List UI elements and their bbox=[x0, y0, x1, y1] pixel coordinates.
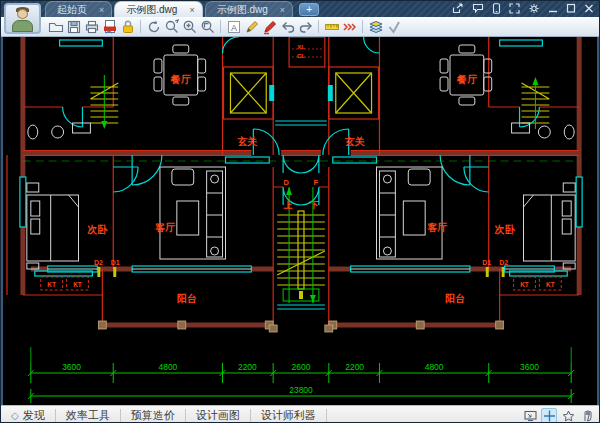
label-riser-cl: CL bbox=[297, 53, 305, 59]
save-button[interactable] bbox=[65, 18, 82, 35]
maximize-icon[interactable] bbox=[566, 3, 576, 14]
rotate-view-button[interactable] bbox=[145, 18, 162, 35]
undo-button[interactable] bbox=[279, 18, 296, 35]
text-annotate-button[interactable]: A bbox=[225, 18, 242, 35]
export-pdf-button[interactable] bbox=[101, 18, 118, 35]
dim-2600-center: 2600 bbox=[292, 362, 311, 372]
user-avatar[interactable] bbox=[4, 3, 41, 34]
favorite-button[interactable] bbox=[560, 408, 576, 423]
label-dining-right: 餐厅 bbox=[456, 74, 478, 85]
more-tools-button[interactable] bbox=[341, 18, 358, 35]
fit-screen-button[interactable] bbox=[522, 408, 538, 423]
share-icon[interactable] bbox=[452, 3, 464, 14]
zoom-window-icon bbox=[200, 19, 216, 35]
triple-chevron-icon bbox=[342, 19, 358, 35]
toolbar-separator bbox=[318, 20, 319, 33]
statusbar-item-efficiency-tools[interactable]: 效率工具 bbox=[56, 409, 121, 422]
redo-icon bbox=[298, 19, 314, 35]
tab-close-icon[interactable]: × bbox=[99, 5, 104, 15]
marker-icon bbox=[262, 19, 278, 35]
label-ac-3: KT bbox=[520, 281, 529, 288]
check-icon bbox=[386, 19, 402, 35]
ac-unit-boxes bbox=[41, 277, 562, 290]
text-icon: A bbox=[226, 19, 242, 35]
tab-close-icon[interactable]: × bbox=[280, 5, 285, 15]
measure-icon bbox=[324, 19, 340, 35]
tab-bar: 起始页 × 示例图.dwg × 示例图.dwg × + bbox=[45, 1, 319, 17]
zoom-in-button[interactable] bbox=[181, 18, 198, 35]
statusbar-label: 效率工具 bbox=[66, 408, 110, 423]
mobile-icon[interactable] bbox=[492, 3, 501, 14]
zoom-dynamic-button[interactable] bbox=[163, 18, 180, 35]
dimension-texts: 3600 4800 2200 2600 2200 4800 3600 23800 bbox=[62, 362, 539, 395]
redo-button[interactable] bbox=[297, 18, 314, 35]
toolbar-separator bbox=[362, 20, 363, 33]
hand-tool-button[interactable] bbox=[579, 408, 595, 423]
svg-text:A: A bbox=[230, 22, 236, 32]
label-ac-2: KT bbox=[73, 281, 82, 288]
tab-start-page[interactable]: 起始页 × bbox=[45, 1, 112, 17]
measure-button[interactable] bbox=[323, 18, 340, 35]
wall-cores bbox=[23, 37, 579, 325]
layers-button[interactable] bbox=[367, 18, 384, 35]
print-button[interactable] bbox=[83, 18, 100, 35]
titlebar: 起始页 × 示例图.dwg × 示例图.dwg × + bbox=[1, 1, 599, 17]
pdf-icon bbox=[102, 19, 118, 35]
undo-icon bbox=[280, 19, 296, 35]
label-entry-left: 玄关 bbox=[236, 136, 257, 147]
layers-icon bbox=[368, 19, 384, 35]
open-button[interactable] bbox=[47, 18, 64, 35]
statusbar-item-design-drawing[interactable]: 设计画图 bbox=[186, 409, 251, 422]
fullscreen-icon[interactable] bbox=[509, 3, 520, 14]
zoom-window-button[interactable] bbox=[199, 18, 216, 35]
dim-3600-right: 3600 bbox=[520, 362, 539, 372]
dim-4800-right: 4800 bbox=[425, 362, 444, 372]
diamond-icon: ◇ bbox=[11, 410, 19, 421]
statusbar-item-designer-tools[interactable]: 设计师利器 bbox=[251, 409, 327, 422]
label-ac-4: KT bbox=[546, 281, 555, 288]
statusbar-item-discover[interactable]: ◇ 发现 bbox=[1, 409, 56, 422]
elevator-stairs bbox=[90, 73, 549, 289]
label-door-d2-left: D2 bbox=[94, 259, 103, 266]
dimension-lines bbox=[23, 75, 579, 403]
dim-2200-left: 2200 bbox=[238, 362, 257, 372]
elevator-doors bbox=[269, 85, 333, 101]
tab-drawing-1[interactable]: 示例图.dwg × bbox=[114, 1, 202, 17]
new-tab-button[interactable]: + bbox=[299, 3, 319, 16]
lock-icon bbox=[120, 19, 136, 35]
statusbar-label: 预算造价 bbox=[131, 408, 175, 423]
lock-button[interactable] bbox=[119, 18, 136, 35]
zoom-in-icon bbox=[182, 19, 198, 35]
minimize-icon[interactable] bbox=[548, 3, 558, 14]
floor-plan-drawing: 3600 4800 2200 2600 2200 4800 3600 23800… bbox=[3, 37, 599, 405]
label-ac-1: KT bbox=[47, 281, 56, 288]
label-door-f: F bbox=[314, 178, 319, 187]
statusbar-label: 设计师利器 bbox=[261, 408, 316, 423]
tab-drawing-2[interactable]: 示例图.dwg × bbox=[205, 1, 293, 17]
statusbar-label: 发现 bbox=[23, 408, 45, 423]
pencil-annotate-button[interactable] bbox=[243, 18, 260, 35]
close-icon[interactable] bbox=[584, 3, 594, 14]
label-door-d2-right: D2 bbox=[499, 259, 508, 266]
label-stair-down: 下 bbox=[309, 200, 318, 210]
approve-check-button[interactable] bbox=[385, 18, 402, 35]
label-living-left: 客厅 bbox=[155, 222, 176, 233]
toolbar: A bbox=[1, 17, 599, 37]
tab-close-icon[interactable]: × bbox=[189, 5, 194, 15]
label-bedroom-right: 次卧 bbox=[494, 224, 516, 235]
statusbar-label: 设计画图 bbox=[196, 408, 240, 423]
window-controls bbox=[452, 3, 594, 14]
pan-crosshair-button[interactable] bbox=[541, 408, 557, 423]
marker-annotate-button[interactable] bbox=[261, 18, 278, 35]
label-living-right: 客厅 bbox=[427, 222, 448, 233]
statusbar-item-budget-cost[interactable]: 预算造价 bbox=[121, 409, 186, 422]
label-riser-xl: XL bbox=[297, 44, 305, 50]
avatar-body bbox=[12, 20, 33, 32]
settings-icon[interactable] bbox=[528, 3, 540, 14]
feedback-icon[interactable] bbox=[472, 3, 484, 14]
label-stair-up: 上 bbox=[283, 200, 293, 210]
pencil-icon bbox=[244, 19, 260, 35]
dim-3600-left: 3600 bbox=[62, 362, 81, 372]
drawing-canvas[interactable]: 3600 4800 2200 2600 2200 4800 3600 23800… bbox=[1, 37, 599, 405]
tab-label: 示例图.dwg bbox=[217, 3, 268, 17]
